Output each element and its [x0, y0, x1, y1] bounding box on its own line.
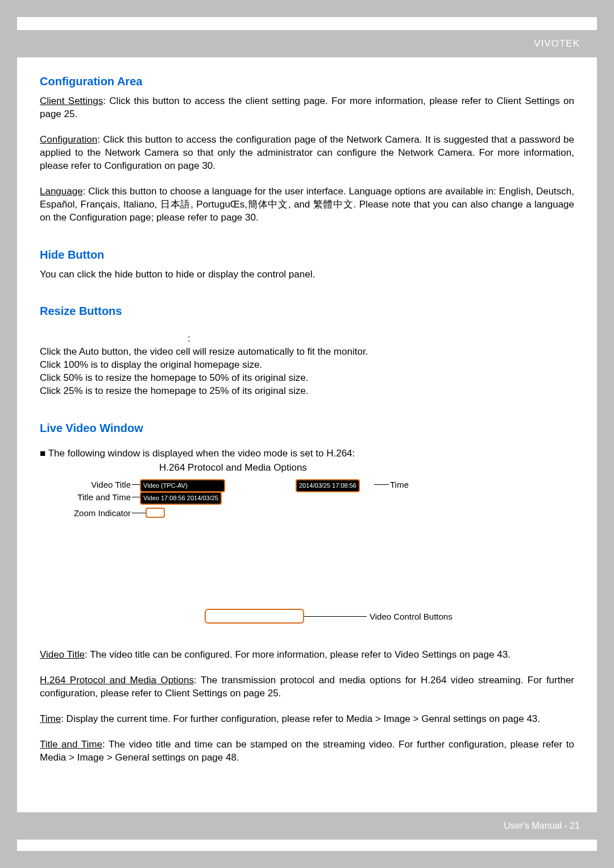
page-content: Configuration Area Client Settings: Clic…: [40, 74, 574, 777]
diagram-label-time: Time: [390, 479, 409, 491]
overlay-time-box: 2014/03/25 17:08:56: [296, 479, 360, 492]
diagram-label-title-time: Title and Time: [40, 492, 131, 503]
bullet-h264: ■ The following window is displayed when…: [40, 447, 574, 460]
connector: [374, 484, 389, 485]
brand-label: VIVOTEK: [534, 38, 580, 49]
page-header: VIVOTEK: [17, 30, 597, 57]
connector: [132, 513, 146, 513]
heading-live-video: Live Video Window: [40, 421, 574, 436]
paragraph-client-settings: Client Settings: Click this button to ac…: [40, 95, 574, 121]
live-video-diagram: Video Title Title and Time Zoom Indicato…: [40, 478, 574, 637]
overlay-video-control-buttons-box: [205, 609, 304, 624]
resize-line-3: Click 50% is to resize the homepage to 5…: [40, 372, 574, 385]
paragraph-configuration: Configuration: Click this button to acce…: [40, 134, 574, 173]
label-language: Language: [40, 186, 83, 197]
diagram-label-zoom: Zoom Indicator: [40, 508, 131, 519]
overlay-time-text: 2014/03/25 17:08:56: [299, 482, 356, 489]
label-configuration: Configuration: [40, 134, 97, 145]
footer-text: User's Manual - 21: [504, 821, 580, 831]
overlay-video-title-box: Video (TPC-AV): [140, 479, 225, 492]
paragraph-title-and-time: Title and Time: The video title and time…: [40, 738, 574, 765]
resize-line-1: Click the Auto button, the video cell wi…: [40, 346, 574, 359]
resize-colon: :: [188, 333, 574, 346]
text-hide-button: You can click the hide button to hide or…: [40, 268, 574, 281]
overlay-title-time-box: Video 17:08:56 2014/03/25: [140, 492, 222, 505]
label-client-settings: Client Settings: [40, 95, 103, 106]
text-title-and-time: : The video title and time can be stampe…: [40, 739, 574, 763]
text-video-title: : The video title can be configured. For…: [85, 649, 511, 660]
paragraph-h264-options: H.264 Protocol and Media Options: The tr…: [40, 674, 574, 700]
resize-line-4: Click 25% is to resize the homepage to 2…: [40, 385, 574, 398]
text-client-settings: : Click this button to access the client…: [40, 95, 574, 119]
page-footer: User's Manual - 21: [17, 812, 597, 840]
manual-page: VIVOTEK Configuration Area Client Settin…: [17, 17, 597, 851]
text-configuration: : Click this button to access the config…: [40, 134, 574, 171]
paragraph-video-title: Video Title: The video title can be conf…: [40, 649, 574, 662]
overlay-zoom-indicator-box: [146, 508, 165, 518]
overlay-video-title-text: Video (TPC-AV): [143, 482, 188, 489]
paragraph-time: Time: Display the current time. For furt…: [40, 713, 574, 726]
label-h264-options: H.264 Protocol and Media Options: [40, 675, 194, 686]
text-time: : Display the current time. For further …: [61, 713, 540, 724]
text-language: : Click this button to choose a language…: [40, 186, 574, 223]
overlay-title-time-text: Video 17:08:56 2014/03/25: [143, 495, 218, 501]
connector: [132, 484, 140, 485]
heading-hide-button: Hide Button: [40, 247, 574, 263]
heading-configuration-area: Configuration Area: [40, 74, 574, 89]
resize-lines-block: : Click the Auto button, the video cell …: [40, 333, 574, 398]
resize-line-2: Click 100% is to display the original ho…: [40, 359, 574, 372]
paragraph-language: Language: Click this button to choose a …: [40, 185, 574, 225]
label-title-and-time: Title and Time: [40, 739, 102, 750]
heading-resize-buttons: Resize Buttons: [40, 304, 574, 319]
connector: [304, 616, 367, 617]
label-time: Time: [40, 713, 61, 724]
connector: [132, 497, 140, 497]
caption-h264-options: H.264 Protocol and Media Options: [159, 462, 574, 475]
diagram-label-video-title: Video Title: [40, 479, 131, 491]
label-video-title: Video Title: [40, 649, 85, 660]
diagram-label-video-control-buttons: Video Control Buttons: [370, 611, 453, 622]
